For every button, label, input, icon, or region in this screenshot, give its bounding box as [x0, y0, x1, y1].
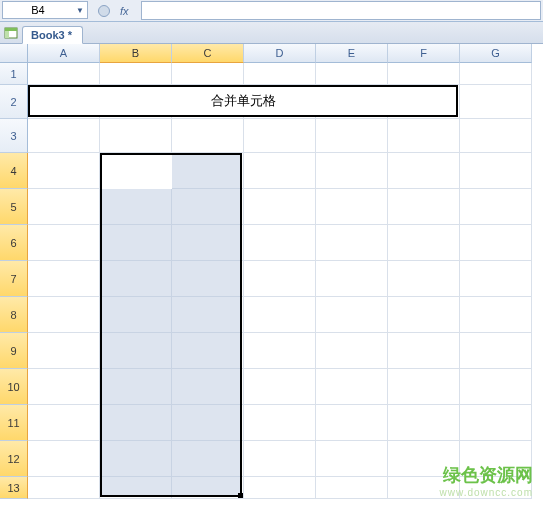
cell-B8[interactable]	[100, 297, 172, 333]
cell-A1[interactable]	[28, 63, 100, 85]
cancel-icon[interactable]	[98, 5, 110, 17]
cell-E3[interactable]	[316, 119, 388, 153]
cell-D5[interactable]	[244, 189, 316, 225]
cell-D1[interactable]	[244, 63, 316, 85]
row-header-12[interactable]: 12	[0, 441, 28, 477]
cell-E11[interactable]	[316, 405, 388, 441]
cell-F7[interactable]	[388, 261, 460, 297]
cell-F8[interactable]	[388, 297, 460, 333]
cell-E5[interactable]	[316, 189, 388, 225]
cell-F12[interactable]	[388, 441, 460, 477]
cell-D11[interactable]	[244, 405, 316, 441]
cell-C4[interactable]	[172, 153, 244, 189]
cell-D3[interactable]	[244, 119, 316, 153]
row-header-9[interactable]: 9	[0, 333, 28, 369]
cell-G4[interactable]	[460, 153, 532, 189]
cell-B12[interactable]	[100, 441, 172, 477]
cell-A11[interactable]	[28, 405, 100, 441]
cell-D10[interactable]	[244, 369, 316, 405]
column-header-B[interactable]: B	[100, 44, 172, 63]
cell-A12[interactable]	[28, 441, 100, 477]
name-box-dropdown-icon[interactable]: ▼	[73, 6, 87, 15]
cell-A7[interactable]	[28, 261, 100, 297]
cell-B10[interactable]	[100, 369, 172, 405]
cell-F10[interactable]	[388, 369, 460, 405]
cell-G11[interactable]	[460, 405, 532, 441]
workbook-tab[interactable]: Book3 *	[22, 26, 83, 44]
cell-G12[interactable]	[460, 441, 532, 477]
row-header-6[interactable]: 6	[0, 225, 28, 261]
cell-C13[interactable]	[172, 477, 244, 499]
cell-A10[interactable]	[28, 369, 100, 405]
cell-E13[interactable]	[316, 477, 388, 499]
cell-C5[interactable]	[172, 189, 244, 225]
cell-F4[interactable]	[388, 153, 460, 189]
cell-B11[interactable]	[100, 405, 172, 441]
column-header-D[interactable]: D	[244, 44, 316, 63]
cell-G2[interactable]	[460, 85, 532, 119]
cell-E1[interactable]	[316, 63, 388, 85]
cells-area[interactable]	[28, 63, 532, 499]
cell-D12[interactable]	[244, 441, 316, 477]
cell-D8[interactable]	[244, 297, 316, 333]
cell-C6[interactable]	[172, 225, 244, 261]
row-header-11[interactable]: 11	[0, 405, 28, 441]
row-header-2[interactable]: 2	[0, 85, 28, 119]
row-header-5[interactable]: 5	[0, 189, 28, 225]
cell-F1[interactable]	[388, 63, 460, 85]
cell-B3[interactable]	[100, 119, 172, 153]
cell-C9[interactable]	[172, 333, 244, 369]
cell-G9[interactable]	[460, 333, 532, 369]
cell-A4[interactable]	[28, 153, 100, 189]
cell-F13[interactable]	[388, 477, 460, 499]
cell-E4[interactable]	[316, 153, 388, 189]
cell-C11[interactable]	[172, 405, 244, 441]
cell-G5[interactable]	[460, 189, 532, 225]
cell-A6[interactable]	[28, 225, 100, 261]
cell-C7[interactable]	[172, 261, 244, 297]
column-header-F[interactable]: F	[388, 44, 460, 63]
select-all-corner[interactable]	[0, 44, 28, 63]
cell-B4[interactable]	[100, 153, 172, 189]
cell-A13[interactable]	[28, 477, 100, 499]
cell-G7[interactable]	[460, 261, 532, 297]
cell-G13[interactable]	[460, 477, 532, 499]
cell-E6[interactable]	[316, 225, 388, 261]
cell-E10[interactable]	[316, 369, 388, 405]
cell-B7[interactable]	[100, 261, 172, 297]
cell-B6[interactable]	[100, 225, 172, 261]
cell-C8[interactable]	[172, 297, 244, 333]
cell-D7[interactable]	[244, 261, 316, 297]
cell-B13[interactable]	[100, 477, 172, 499]
cell-E9[interactable]	[316, 333, 388, 369]
cell-G6[interactable]	[460, 225, 532, 261]
cell-A3[interactable]	[28, 119, 100, 153]
row-header-8[interactable]: 8	[0, 297, 28, 333]
cell-D4[interactable]	[244, 153, 316, 189]
formula-input[interactable]	[141, 1, 541, 20]
cell-D13[interactable]	[244, 477, 316, 499]
row-header-7[interactable]: 7	[0, 261, 28, 297]
cell-G1[interactable]	[460, 63, 532, 85]
cell-G8[interactable]	[460, 297, 532, 333]
cell-A5[interactable]	[28, 189, 100, 225]
cell-A8[interactable]	[28, 297, 100, 333]
name-box[interactable]	[3, 4, 73, 16]
column-header-C[interactable]: C	[172, 44, 244, 63]
merged-cell[interactable]: 合并单元格	[28, 85, 458, 117]
cell-B9[interactable]	[100, 333, 172, 369]
row-header-1[interactable]: 1	[0, 63, 28, 85]
cell-D9[interactable]	[244, 333, 316, 369]
cell-G3[interactable]	[460, 119, 532, 153]
cell-F11[interactable]	[388, 405, 460, 441]
cell-C3[interactable]	[172, 119, 244, 153]
row-header-13[interactable]: 13	[0, 477, 28, 499]
column-header-A[interactable]: A	[28, 44, 100, 63]
cell-F3[interactable]	[388, 119, 460, 153]
cell-C12[interactable]	[172, 441, 244, 477]
cell-C10[interactable]	[172, 369, 244, 405]
cell-A9[interactable]	[28, 333, 100, 369]
column-header-G[interactable]: G	[460, 44, 532, 63]
cell-E7[interactable]	[316, 261, 388, 297]
cell-F5[interactable]	[388, 189, 460, 225]
